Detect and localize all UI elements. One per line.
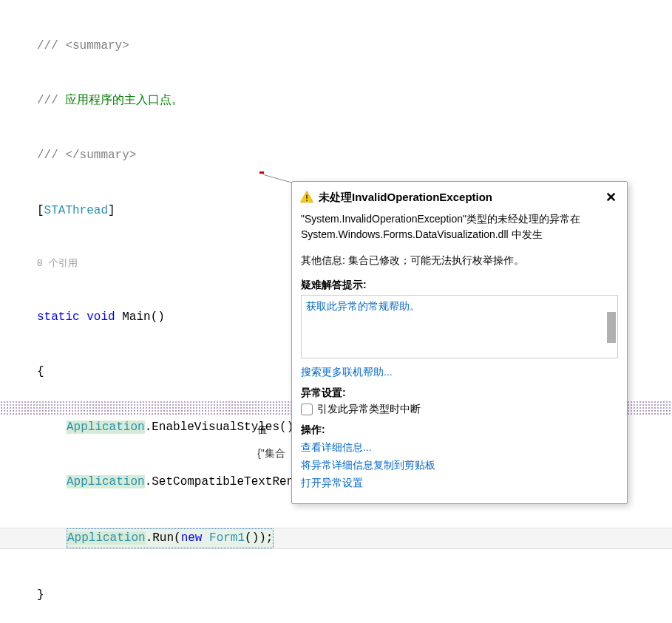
code-line: } [0, 586, 672, 605]
exception-helper-popup: 未处理InvalidOperationException ✕ "System.I… [291, 181, 628, 504]
view-details-link[interactable]: 查看详细信息... [301, 441, 618, 455]
svg-rect-2 [306, 200, 308, 201]
svg-rect-1 [306, 195, 308, 199]
watch-column-header: 值 [257, 423, 267, 437]
exception-additional-info: 其他信息: 集合已修改；可能无法执行枚举操作。 [301, 253, 618, 268]
warning-icon [299, 190, 314, 205]
code-line: /// <summary> [0, 37, 672, 55]
popup-title: 未处理InvalidOperationException [319, 191, 492, 205]
close-button[interactable]: ✕ [603, 189, 620, 205]
tips-label: 疑难解答提示: [301, 279, 618, 292]
copy-to-clipboard-link[interactable]: 将异常详细信息复制到剪贴板 [301, 459, 618, 472]
exception-message: "System.InvalidOperationException"类型的未经处… [301, 211, 618, 242]
watch-value-cell[interactable]: {"集合 [257, 447, 285, 460]
exception-line: Application.Run(new Form1()); [0, 528, 672, 549]
code-line: /// </summary> [0, 146, 672, 165]
tips-box: 获取此异常的常规帮助。 [301, 295, 618, 358]
actions-label: 操作: [301, 423, 618, 437]
error-marker-icon [259, 171, 264, 174]
settings-label: 异常设置: [301, 387, 618, 400]
code-line: /// 应用程序的主入口点。 [0, 92, 672, 110]
break-on-exception-checkbox[interactable] [301, 404, 313, 415]
popup-header: 未处理InvalidOperationException ✕ [292, 182, 627, 211]
checkbox-label: 引发此异常类型时中断 [317, 403, 421, 416]
search-online-link[interactable]: 搜索更多联机帮助... [301, 366, 618, 379]
scrollbar-thumb[interactable] [607, 312, 616, 343]
open-exception-settings-link[interactable]: 打开异常设置 [301, 477, 618, 490]
tip-link[interactable]: 获取此异常的常规帮助。 [306, 300, 420, 312]
